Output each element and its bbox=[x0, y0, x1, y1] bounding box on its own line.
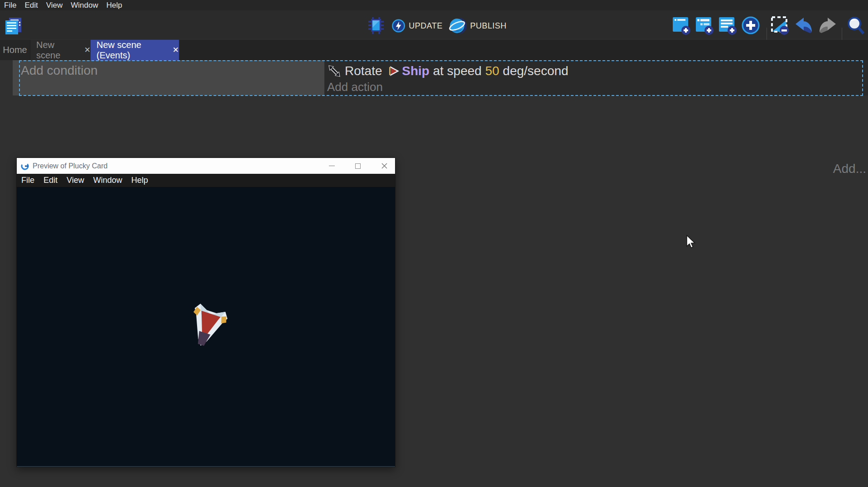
ship-object-icon bbox=[387, 65, 400, 77]
action-value: 50 bbox=[485, 64, 499, 78]
add-more-button[interactable]: Add... bbox=[833, 162, 866, 176]
publish-button[interactable]: PUBLISH bbox=[447, 16, 508, 35]
redo-button[interactable] bbox=[817, 15, 838, 35]
maximize-icon bbox=[355, 163, 361, 169]
undo-icon bbox=[794, 16, 814, 35]
mouse-cursor bbox=[686, 235, 698, 248]
app-menubar: File Edit View Window Help bbox=[0, 0, 868, 10]
tab-new-scene-events[interactable]: New scene (Events) ✕ bbox=[91, 40, 179, 60]
debug-button[interactable] bbox=[365, 16, 387, 35]
add-subevent-icon bbox=[695, 15, 714, 35]
remove-selection-button[interactable] bbox=[770, 15, 789, 35]
ship-sprite bbox=[182, 301, 232, 351]
add-condition-placeholder[interactable]: Add condition bbox=[21, 63, 98, 78]
add-event-icon bbox=[672, 15, 691, 35]
add-subevent-button[interactable] bbox=[695, 15, 714, 35]
tab-home-label: Home bbox=[3, 45, 27, 55]
debug-icon bbox=[366, 16, 386, 34]
action-connector: at speed bbox=[429, 64, 485, 78]
add-circle-button[interactable] bbox=[742, 15, 761, 35]
menu-file[interactable]: File bbox=[0, 0, 20, 10]
tab-new-scene[interactable]: New scene ✕ bbox=[30, 40, 91, 60]
publish-globe-icon bbox=[448, 17, 467, 35]
rotate-arrows-icon bbox=[328, 64, 341, 78]
preview-menubar: File Edit View Window Help bbox=[17, 174, 395, 187]
action-row[interactable]: Rotate Ship at speed 50 deg/second bbox=[328, 63, 569, 79]
project-manager-button[interactable] bbox=[4, 16, 23, 35]
menu-help[interactable]: Help bbox=[102, 0, 126, 10]
add-event-button[interactable] bbox=[672, 15, 691, 35]
main-toolbar: UPDATE PUBLISH bbox=[0, 10, 868, 39]
action-unit: deg/second bbox=[499, 64, 569, 78]
editor-tabbar: Home New scene ✕ New scene (Events) ✕ bbox=[0, 40, 868, 60]
preview-titlebar[interactable]: Preview of Plucky Card bbox=[17, 158, 395, 174]
add-action-placeholder[interactable]: Add action bbox=[327, 80, 383, 94]
close-button[interactable] bbox=[379, 161, 390, 172]
add-comment-icon bbox=[718, 15, 737, 35]
minimize-button[interactable] bbox=[326, 161, 337, 172]
project-manager-icon bbox=[4, 17, 22, 35]
update-label: UPDATE bbox=[409, 21, 443, 31]
action-object-name: Ship bbox=[402, 64, 429, 78]
maximize-button[interactable] bbox=[352, 161, 363, 172]
redo-icon bbox=[818, 16, 838, 35]
gdevelop-logo-icon bbox=[21, 162, 29, 170]
close-icon bbox=[381, 163, 387, 169]
event-row[interactable]: Add condition Rotate Ship at speed bbox=[13, 60, 868, 95]
close-tab-icon[interactable]: ✕ bbox=[84, 45, 91, 55]
publish-label: PUBLISH bbox=[470, 21, 507, 31]
undo-button[interactable] bbox=[793, 15, 814, 35]
remove-selection-icon bbox=[770, 15, 789, 35]
menu-edit[interactable]: Edit bbox=[20, 0, 42, 10]
preview-menu-file[interactable]: File bbox=[17, 176, 39, 185]
search-events-button[interactable] bbox=[845, 15, 866, 35]
preview-menu-window[interactable]: Window bbox=[89, 176, 127, 185]
tab-new-scene-label: New scene bbox=[36, 40, 75, 61]
action-verb: Rotate bbox=[345, 64, 386, 78]
add-circle-icon bbox=[742, 15, 761, 35]
preview-window: Preview of Plucky Card File Edit View Wi… bbox=[16, 158, 395, 467]
update-button[interactable]: UPDATE bbox=[392, 16, 443, 35]
game-canvas[interactable] bbox=[17, 187, 395, 467]
preview-menu-edit[interactable]: Edit bbox=[39, 176, 62, 185]
update-lightning-icon bbox=[392, 17, 405, 35]
preview-window-title: Preview of Plucky Card bbox=[33, 162, 107, 170]
minimize-icon bbox=[329, 166, 335, 167]
search-icon bbox=[846, 15, 866, 35]
tab-new-scene-events-label: New scene (Events) bbox=[96, 40, 164, 61]
tab-home[interactable]: Home bbox=[0, 40, 30, 60]
menu-window[interactable]: Window bbox=[67, 0, 102, 10]
conditions-column[interactable]: Add condition bbox=[13, 60, 324, 95]
add-comment-button[interactable] bbox=[718, 15, 737, 35]
preview-menu-view[interactable]: View bbox=[62, 176, 89, 185]
menu-view[interactable]: View bbox=[42, 0, 67, 10]
close-tab-icon[interactable]: ✕ bbox=[173, 45, 179, 55]
preview-menu-help[interactable]: Help bbox=[127, 176, 153, 185]
